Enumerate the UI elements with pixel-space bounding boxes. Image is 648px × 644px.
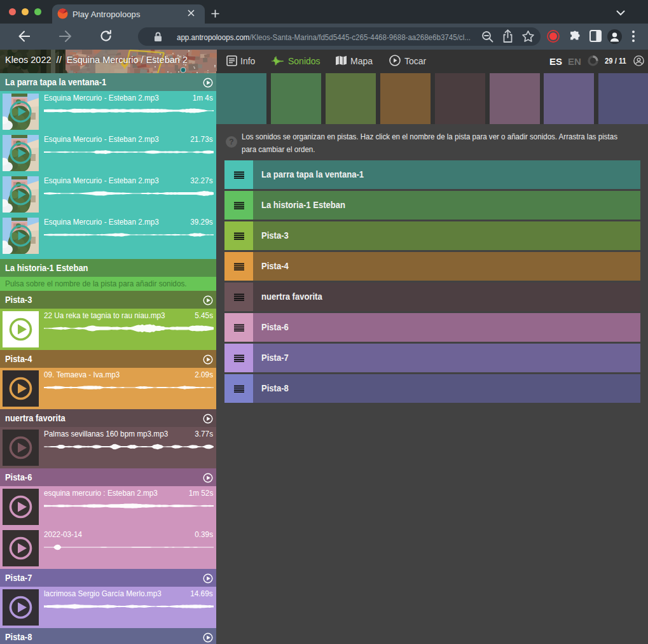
svg-text:?: ?	[229, 137, 233, 146]
